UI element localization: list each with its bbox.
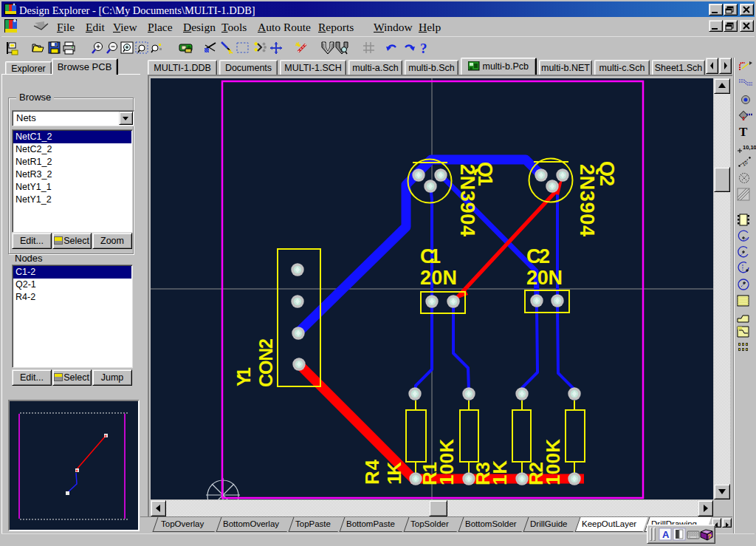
svg-text:10,10: 10,10 (743, 144, 756, 151)
svg-text:A: A (662, 529, 670, 540)
svg-text:1K: 1K (383, 462, 405, 485)
svg-text:2N3904: 2N3904 (456, 164, 478, 236)
svg-text:T: T (739, 125, 748, 139)
svg-text:20N: 20N (420, 267, 457, 289)
svg-text:100K: 100K (542, 439, 564, 485)
svg-text:1K: 1K (489, 460, 511, 485)
svg-text:C1: C1 (420, 245, 441, 267)
svg-text:Y1: Y1 (233, 367, 254, 386)
svg-text:C2: C2 (526, 245, 550, 267)
svg-text:R4: R4 (361, 459, 383, 485)
svg-text:?: ? (420, 41, 427, 56)
svg-text:Q2: Q2 (596, 161, 618, 186)
svg-text:20N: 20N (526, 267, 563, 289)
svg-text:?: ? (708, 533, 712, 540)
svg-text:CON2: CON2 (255, 338, 276, 387)
svg-text:2N3904: 2N3904 (576, 164, 598, 236)
svg-text:100K: 100K (436, 439, 458, 485)
svg-text:10: 10 (741, 160, 749, 167)
